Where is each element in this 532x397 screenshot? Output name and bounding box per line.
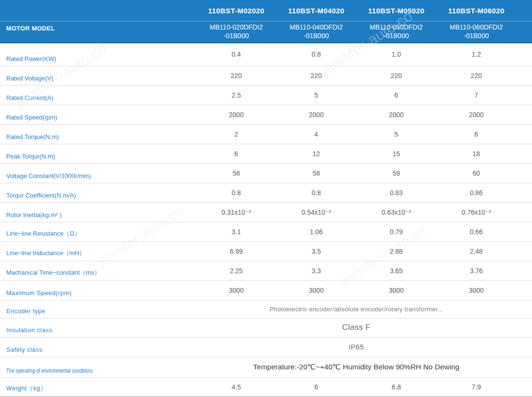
model-name-cell: 110BST-M04020 xyxy=(276,0,356,21)
spec-value: 0.63x10⁻³ xyxy=(356,202,436,222)
spec-value: 3.65 xyxy=(356,261,436,280)
spec-value: 2.88 xyxy=(356,241,436,261)
insulation-class-value: Class F xyxy=(342,323,371,332)
spec-value: 1.06 xyxy=(276,222,356,241)
spec-value: 0.86 xyxy=(436,183,516,202)
spec-value: 2000 xyxy=(196,105,276,124)
spec-label: Insulation class xyxy=(0,318,196,337)
spec-label: Torqur Coefficient(N.m/A) xyxy=(0,183,196,202)
spec-value: 59 xyxy=(356,163,436,183)
spec-row-encoder-type: Encoder type Photoelectric encoder/absol… xyxy=(0,300,532,318)
part-number-cell: MB110-020DFDI2 -01B000 xyxy=(196,21,276,43)
spec-label: Encoder type xyxy=(0,300,196,318)
spec-value: 0.83 xyxy=(356,183,436,202)
spec-value: 5 xyxy=(356,124,436,144)
spec-value: 6 xyxy=(436,124,516,144)
spec-row-mechanical-time-constant: Machanical Time−constant（ms） 2.25 3.3 3.… xyxy=(0,261,532,280)
filler-cell xyxy=(516,202,532,222)
header-filler-cell xyxy=(516,0,532,21)
spec-row-insulation-class: Insulation class Class F xyxy=(0,318,532,337)
spec-label-text: Safety class xyxy=(6,346,42,353)
spec-span-value: Photoelectric encoder/absolute encoder/r… xyxy=(196,300,516,318)
spec-value: 6.99 xyxy=(196,241,276,261)
filler-cell xyxy=(516,337,532,357)
filler-cell xyxy=(516,85,532,105)
spec-row-safety-class: Safety class IP65 xyxy=(0,337,532,357)
table-body: Rated Power(KW) 0.4 0.8 1.0 1.2 Rated Vo… xyxy=(0,43,532,397)
spec-label-text: Insulation class xyxy=(6,327,52,334)
spec-value: 5 xyxy=(276,85,356,105)
spec-value: 6.8 xyxy=(356,377,436,397)
spec-value: 3000 xyxy=(436,280,516,300)
spec-value: 15 xyxy=(356,144,436,163)
spec-value: 220 xyxy=(196,66,276,85)
spec-label: Line−line Resistance（Ω） xyxy=(0,222,196,241)
spec-value: 220 xyxy=(356,66,436,85)
spec-value: 0.4 xyxy=(196,43,276,66)
spec-label: Rated Speed(rpm) xyxy=(0,105,196,124)
spec-row-rated-current: Rated Current(A) 2.5 5 6 7 xyxy=(0,85,532,105)
spec-label-text: Encoder type xyxy=(6,308,46,315)
part-number-cell: MB110-050DFDI2 -01B000 xyxy=(356,21,436,43)
spec-row-torque-coefficient: Torqur Coefficient(N.m/A) 0.8 0.8 0.83 0… xyxy=(0,183,532,202)
safety-class-value: IP65 xyxy=(349,343,364,351)
spec-label-text: The operating of environmental condition… xyxy=(6,367,93,374)
spec-span-value: Temperature:-20℃~+40℃ Humidity Below 90%… xyxy=(196,357,516,377)
part-number-cell: MB110-060DFDI2 -01B000 xyxy=(436,21,516,43)
filler-cell xyxy=(516,183,532,202)
encoder-type-value: Photoelectric encoder/absolute encoder/r… xyxy=(270,306,443,313)
spec-value: 2 xyxy=(196,124,276,144)
spec-label: Rated Current(A) xyxy=(0,85,196,105)
spec-row-rotor-inertia: Rotor Inertia(kg.m² ) 0.31x10⁻³ 0.54x10⁻… xyxy=(0,202,532,222)
spec-value: 1.0 xyxy=(356,43,436,66)
spec-value: 7 xyxy=(436,85,516,105)
spec-label: Rated Power(KW) xyxy=(0,43,196,66)
motor-model-header-cell: MOTOR MODEL xyxy=(0,21,196,43)
spec-value: 1.2 xyxy=(436,43,516,66)
spec-label-text: Weight（kg） xyxy=(6,385,47,392)
spec-row-environmental-conditions: The operating of environmental condition… xyxy=(0,357,532,377)
spec-value: 3.5 xyxy=(276,241,356,261)
spec-value: 0.66 xyxy=(436,222,516,241)
model-name-cell: 110BST-M02020 xyxy=(196,0,276,21)
spec-label: Maximum Speed(rpm) xyxy=(0,280,196,300)
spec-span-value: IP65 xyxy=(196,337,516,357)
filler-cell xyxy=(516,124,532,144)
spec-label: The operating of environmental condition… xyxy=(0,357,196,377)
filler-cell xyxy=(516,144,532,163)
spec-label: Rated Torque(N.m) xyxy=(0,124,196,144)
header-model-row: 110BST-M02020 110BST-M04020 110BST-M0502… xyxy=(0,0,532,21)
spec-value: 6 xyxy=(356,85,436,105)
spec-value: 4 xyxy=(276,124,356,144)
spec-row-line-resistance: Line−line Resistance（Ω） 3.1 1.06 0.79 0.… xyxy=(0,222,532,241)
spec-label: Safety class xyxy=(0,337,196,357)
spec-value: 0.79 xyxy=(356,222,436,241)
filler-cell xyxy=(516,280,532,300)
spec-value: 2.48 xyxy=(436,241,516,261)
motor-spec-table: 110BST-M02020 110BST-M04020 110BST-M0502… xyxy=(0,0,532,397)
spec-value: 3000 xyxy=(196,280,276,300)
spec-value: 0.8 xyxy=(276,183,356,202)
spec-value: 58 xyxy=(276,163,356,183)
spec-value: 3.3 xyxy=(276,261,356,280)
spec-label: Rotor Inertia(kg.m² ) xyxy=(0,202,196,222)
spec-row-maximum-speed: Maximum Speed(rpm) 3000 3000 3000 3000 xyxy=(0,280,532,300)
spec-value: 0.54x10⁻³ xyxy=(276,202,356,222)
spec-value: 220 xyxy=(276,66,356,85)
spec-value: 3000 xyxy=(276,280,356,300)
spec-row-line-inductance: Line−line Inductance（mH） 6.99 3.5 2.88 2… xyxy=(0,241,532,261)
spec-value: 7.9 xyxy=(436,377,516,397)
spec-value: 12 xyxy=(276,144,356,163)
filler-cell xyxy=(516,261,532,280)
spec-value: 2000 xyxy=(356,105,436,124)
filler-cell xyxy=(516,318,532,337)
spec-value: 2000 xyxy=(276,105,356,124)
spec-value: 0.8 xyxy=(276,43,356,66)
filler-cell xyxy=(516,163,532,183)
filler-cell xyxy=(516,300,532,318)
spec-row-rated-voltage: Rated Voltage(V) 220 220 220 220 xyxy=(0,66,532,85)
spec-value: 2.5 xyxy=(196,85,276,105)
spec-row-peak-torque: Peak Torqur(N.m) 6 12 15 18 xyxy=(0,144,532,163)
spec-value: 3.1 xyxy=(196,222,276,241)
spec-value: 18 xyxy=(436,144,516,163)
